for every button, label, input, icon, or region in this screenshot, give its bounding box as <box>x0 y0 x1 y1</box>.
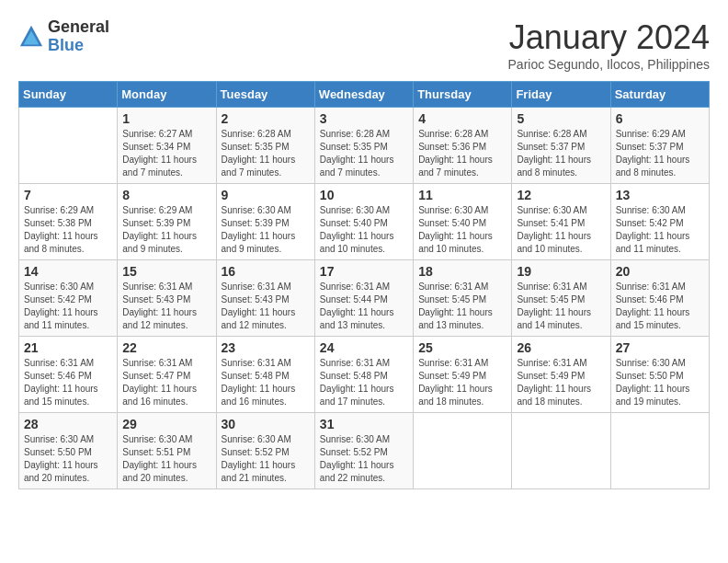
header-thursday: Thursday <box>414 82 512 108</box>
calendar-cell: 13Sunrise: 6:30 AM Sunset: 5:42 PM Dayli… <box>610 184 709 260</box>
day-number: 30 <box>222 417 310 431</box>
day-info: Sunrise: 6:28 AM Sunset: 5:36 PM Dayligh… <box>418 128 506 179</box>
calendar-cell: 10Sunrise: 6:30 AM Sunset: 5:40 PM Dayli… <box>314 184 413 260</box>
calendar-header-row: SundayMondayTuesdayWednesdayThursdayFrid… <box>19 82 710 108</box>
day-number: 3 <box>320 111 408 126</box>
calendar-week-2: 14Sunrise: 6:30 AM Sunset: 5:42 PM Dayli… <box>19 260 710 337</box>
calendar-cell: 18Sunrise: 6:31 AM Sunset: 5:45 PM Dayli… <box>414 260 512 337</box>
calendar-cell: 12Sunrise: 6:30 AM Sunset: 5:41 PM Dayli… <box>512 184 610 260</box>
day-info: Sunrise: 6:30 AM Sunset: 5:40 PM Dayligh… <box>320 204 408 256</box>
day-number: 17 <box>320 264 408 279</box>
calendar-cell: 8Sunrise: 6:29 AM Sunset: 5:39 PM Daylig… <box>118 184 216 260</box>
calendar-table: SundayMondayTuesdayWednesdayThursdayFrid… <box>18 81 710 489</box>
day-number: 28 <box>24 417 112 431</box>
day-number: 22 <box>122 340 210 355</box>
day-number: 1 <box>122 111 210 126</box>
day-number: 24 <box>320 340 408 355</box>
day-number: 10 <box>320 188 408 202</box>
header-friday: Friday <box>512 82 610 108</box>
calendar-cell: 9Sunrise: 6:30 AM Sunset: 5:39 PM Daylig… <box>216 184 314 260</box>
calendar-cell: 25Sunrise: 6:31 AM Sunset: 5:49 PM Dayli… <box>414 337 512 413</box>
day-info: Sunrise: 6:31 AM Sunset: 5:44 PM Dayligh… <box>320 281 408 332</box>
day-info: Sunrise: 6:31 AM Sunset: 5:43 PM Dayligh… <box>222 281 310 332</box>
month-title: January 2024 <box>508 18 710 57</box>
logo: General Blue <box>18 18 109 55</box>
title-section: January 2024 Parioc Segundo, Ilocos, Phi… <box>508 18 710 72</box>
location-subtitle: Parioc Segundo, Ilocos, Philippines <box>508 57 710 72</box>
day-number: 2 <box>222 111 310 126</box>
calendar-cell <box>512 413 610 489</box>
day-number: 12 <box>517 188 605 202</box>
day-info: Sunrise: 6:30 AM Sunset: 5:51 PM Dayligh… <box>122 433 210 485</box>
day-info: Sunrise: 6:28 AM Sunset: 5:35 PM Dayligh… <box>222 128 310 179</box>
day-number: 26 <box>517 340 605 355</box>
day-number: 4 <box>418 111 506 126</box>
calendar-cell: 19Sunrise: 6:31 AM Sunset: 5:45 PM Dayli… <box>512 260 610 337</box>
day-info: Sunrise: 6:30 AM Sunset: 5:41 PM Dayligh… <box>517 204 605 256</box>
calendar-cell: 28Sunrise: 6:30 AM Sunset: 5:50 PM Dayli… <box>19 413 118 489</box>
day-info: Sunrise: 6:29 AM Sunset: 5:38 PM Dayligh… <box>24 204 112 256</box>
calendar-cell: 7Sunrise: 6:29 AM Sunset: 5:38 PM Daylig… <box>19 184 118 260</box>
day-info: Sunrise: 6:31 AM Sunset: 5:45 PM Dayligh… <box>517 281 605 332</box>
day-number: 18 <box>418 264 506 279</box>
day-info: Sunrise: 6:31 AM Sunset: 5:49 PM Dayligh… <box>517 357 605 408</box>
day-number: 6 <box>616 111 704 126</box>
calendar-cell <box>610 413 709 489</box>
day-number: 14 <box>24 264 112 279</box>
day-info: Sunrise: 6:31 AM Sunset: 5:49 PM Dayligh… <box>418 357 506 408</box>
day-info: Sunrise: 6:30 AM Sunset: 5:50 PM Dayligh… <box>24 433 112 485</box>
day-number: 20 <box>616 264 704 279</box>
day-number: 15 <box>122 264 210 279</box>
calendar-cell: 11Sunrise: 6:30 AM Sunset: 5:40 PM Dayli… <box>414 184 512 260</box>
day-number: 31 <box>320 417 408 431</box>
calendar-cell: 14Sunrise: 6:30 AM Sunset: 5:42 PM Dayli… <box>19 260 118 337</box>
day-info: Sunrise: 6:30 AM Sunset: 5:40 PM Dayligh… <box>418 204 506 256</box>
calendar-cell: 4Sunrise: 6:28 AM Sunset: 5:36 PM Daylig… <box>414 108 512 184</box>
page-header: General Blue January 2024 Parioc Segundo… <box>18 18 710 72</box>
day-number: 25 <box>418 340 506 355</box>
day-number: 9 <box>222 188 310 202</box>
logo-icon <box>18 24 44 50</box>
calendar-cell: 21Sunrise: 6:31 AM Sunset: 5:46 PM Dayli… <box>19 337 118 413</box>
day-number: 16 <box>222 264 310 279</box>
day-number: 11 <box>418 188 506 202</box>
calendar-cell <box>414 413 512 489</box>
day-info: Sunrise: 6:31 AM Sunset: 5:46 PM Dayligh… <box>616 281 704 332</box>
day-number: 23 <box>222 340 310 355</box>
day-info: Sunrise: 6:30 AM Sunset: 5:42 PM Dayligh… <box>24 281 112 332</box>
calendar-cell: 24Sunrise: 6:31 AM Sunset: 5:48 PM Dayli… <box>314 337 413 413</box>
calendar-cell: 20Sunrise: 6:31 AM Sunset: 5:46 PM Dayli… <box>610 260 709 337</box>
calendar-cell: 16Sunrise: 6:31 AM Sunset: 5:43 PM Dayli… <box>216 260 314 337</box>
header-saturday: Saturday <box>610 82 709 108</box>
day-info: Sunrise: 6:30 AM Sunset: 5:39 PM Dayligh… <box>222 204 310 256</box>
logo-text: General Blue <box>48 18 109 55</box>
calendar-cell: 22Sunrise: 6:31 AM Sunset: 5:47 PM Dayli… <box>118 337 216 413</box>
day-info: Sunrise: 6:28 AM Sunset: 5:37 PM Dayligh… <box>517 128 605 179</box>
calendar-cell: 6Sunrise: 6:29 AM Sunset: 5:37 PM Daylig… <box>610 108 709 184</box>
calendar-cell: 27Sunrise: 6:30 AM Sunset: 5:50 PM Dayli… <box>610 337 709 413</box>
calendar-cell: 15Sunrise: 6:31 AM Sunset: 5:43 PM Dayli… <box>118 260 216 337</box>
calendar-week-1: 7Sunrise: 6:29 AM Sunset: 5:38 PM Daylig… <box>19 184 710 260</box>
calendar-cell: 1Sunrise: 6:27 AM Sunset: 5:34 PM Daylig… <box>118 108 216 184</box>
day-info: Sunrise: 6:30 AM Sunset: 5:42 PM Dayligh… <box>616 204 704 256</box>
calendar-cell <box>19 108 118 184</box>
calendar-week-0: 1Sunrise: 6:27 AM Sunset: 5:34 PM Daylig… <box>19 108 710 184</box>
day-number: 13 <box>616 188 704 202</box>
day-info: Sunrise: 6:29 AM Sunset: 5:37 PM Dayligh… <box>616 128 704 179</box>
calendar-cell: 30Sunrise: 6:30 AM Sunset: 5:52 PM Dayli… <box>216 413 314 489</box>
day-number: 19 <box>517 264 605 279</box>
day-info: Sunrise: 6:29 AM Sunset: 5:39 PM Dayligh… <box>122 204 210 256</box>
calendar-week-3: 21Sunrise: 6:31 AM Sunset: 5:46 PM Dayli… <box>19 337 710 413</box>
day-info: Sunrise: 6:31 AM Sunset: 5:43 PM Dayligh… <box>122 281 210 332</box>
header-wednesday: Wednesday <box>314 82 413 108</box>
day-info: Sunrise: 6:27 AM Sunset: 5:34 PM Dayligh… <box>122 128 210 179</box>
day-info: Sunrise: 6:31 AM Sunset: 5:46 PM Dayligh… <box>24 357 112 408</box>
day-number: 5 <box>517 111 605 126</box>
calendar-cell: 3Sunrise: 6:28 AM Sunset: 5:35 PM Daylig… <box>314 108 413 184</box>
day-number: 7 <box>24 188 112 202</box>
day-number: 27 <box>616 340 704 355</box>
header-tuesday: Tuesday <box>216 82 314 108</box>
logo-blue: Blue <box>48 37 109 55</box>
day-info: Sunrise: 6:31 AM Sunset: 5:48 PM Dayligh… <box>320 357 408 408</box>
calendar-cell: 31Sunrise: 6:30 AM Sunset: 5:52 PM Dayli… <box>314 413 413 489</box>
